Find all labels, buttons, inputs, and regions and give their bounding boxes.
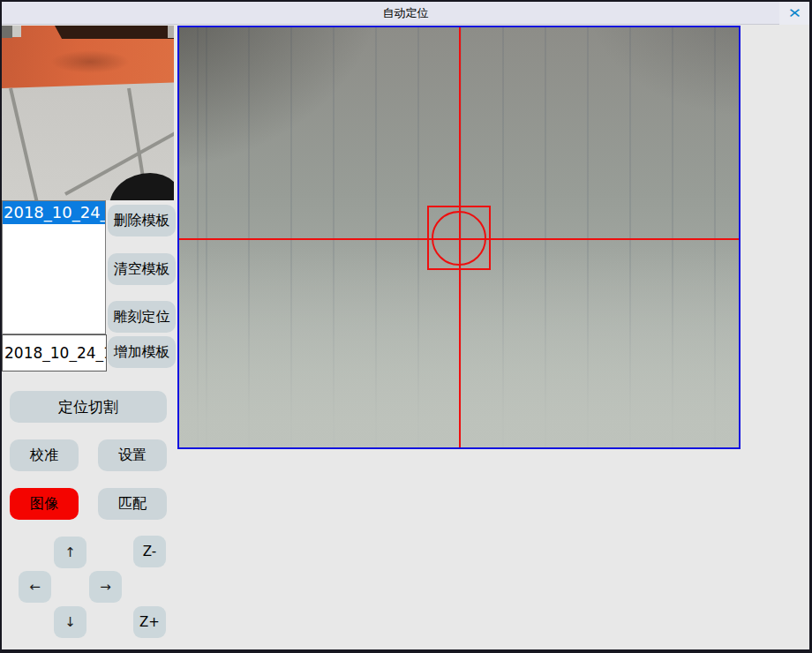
- title-bar: 自动定位: [2, 2, 809, 25]
- thumbnail-smudge: [50, 50, 130, 73]
- thumbnail-dark-object: [109, 173, 174, 200]
- down-arrow-icon: ↓: [64, 614, 76, 630]
- template-thumbnail: [2, 26, 174, 200]
- template-list[interactable]: 2018_10_24_11: [2, 200, 106, 334]
- add-template-button[interactable]: 增加模板: [108, 336, 176, 368]
- match-button[interactable]: 匹配: [98, 488, 167, 520]
- template-name-input[interactable]: [2, 334, 107, 372]
- thumbnail-gray-block: [2, 26, 12, 38]
- up-arrow-icon: ↑: [64, 544, 76, 560]
- thumbnail-tile-line: [9, 88, 39, 200]
- thumbnail-corner-block: [168, 26, 174, 38]
- close-icon: ✕: [787, 5, 801, 21]
- jog-up-button[interactable]: ↑: [54, 537, 86, 568]
- jog-left-button[interactable]: ←: [19, 571, 51, 603]
- camera-view[interactable]: [177, 26, 741, 449]
- jog-right-button[interactable]: →: [89, 571, 122, 603]
- left-arrow-icon: ←: [29, 579, 41, 595]
- dialog-title: 自动定位: [383, 5, 429, 21]
- template-list-item[interactable]: 2018_10_24_11: [3, 201, 105, 224]
- clear-templates-button[interactable]: 清空模板: [108, 253, 176, 285]
- jog-down-button[interactable]: ↓: [54, 606, 86, 638]
- jog-z-minus-button[interactable]: Z-: [133, 536, 166, 567]
- thumbnail-dark-band: [55, 26, 174, 39]
- calibrate-button[interactable]: 校准: [10, 439, 79, 471]
- image-button[interactable]: 图像: [10, 488, 79, 520]
- engrave-position-button[interactable]: 雕刻定位: [108, 301, 176, 333]
- jog-z-plus-button[interactable]: Z+: [133, 606, 166, 638]
- settings-button[interactable]: 设置: [98, 439, 167, 471]
- auto-position-dialog: 自动定位 ✕ 2018_10_24_11 删除模板 清空模板 雕刻定位 增加模板…: [0, 0, 812, 653]
- close-button[interactable]: ✕: [779, 2, 809, 25]
- target-circle: [432, 211, 486, 266]
- right-arrow-icon: →: [100, 579, 111, 595]
- position-cut-button[interactable]: 定位切割: [10, 391, 167, 423]
- delete-template-button[interactable]: 删除模板: [108, 205, 176, 236]
- thumbnail-light-block: [12, 26, 21, 37]
